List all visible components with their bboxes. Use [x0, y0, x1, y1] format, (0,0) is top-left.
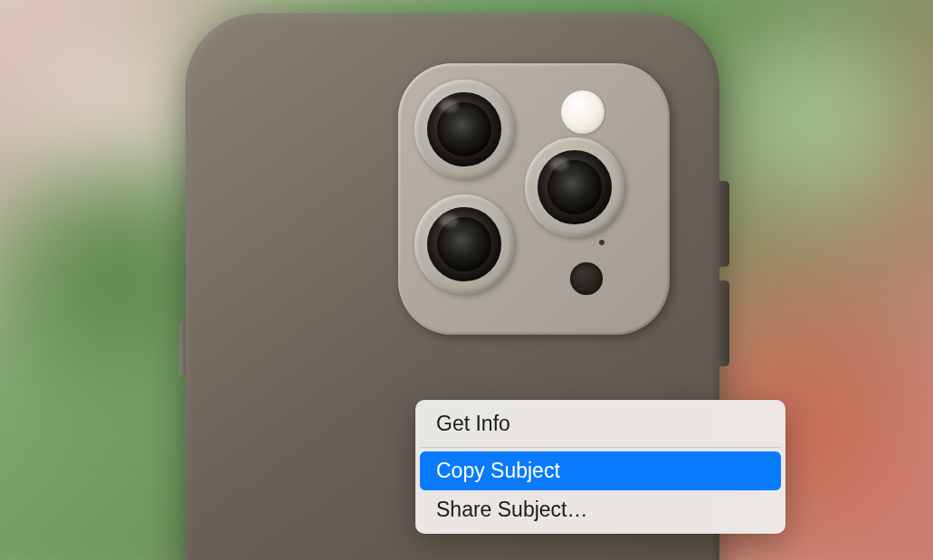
camera-flash — [561, 90, 605, 134]
microphone-dot — [599, 240, 605, 245]
context-menu: Get Info Copy Subject Share Subject… — [415, 400, 785, 534]
phone-side-button — [719, 181, 729, 267]
camera-bump — [398, 63, 670, 335]
camera-lens — [525, 138, 624, 237]
menu-item-share-subject[interactable]: Share Subject… — [420, 490, 781, 529]
phone-side-button — [719, 280, 729, 366]
camera-lens — [414, 195, 514, 294]
menu-item-copy-subject[interactable]: Copy Subject — [420, 451, 781, 490]
lidar-sensor — [570, 262, 603, 295]
menu-item-get-info[interactable]: Get Info — [420, 404, 781, 443]
menu-divider — [420, 447, 781, 448]
camera-lens — [414, 80, 514, 179]
